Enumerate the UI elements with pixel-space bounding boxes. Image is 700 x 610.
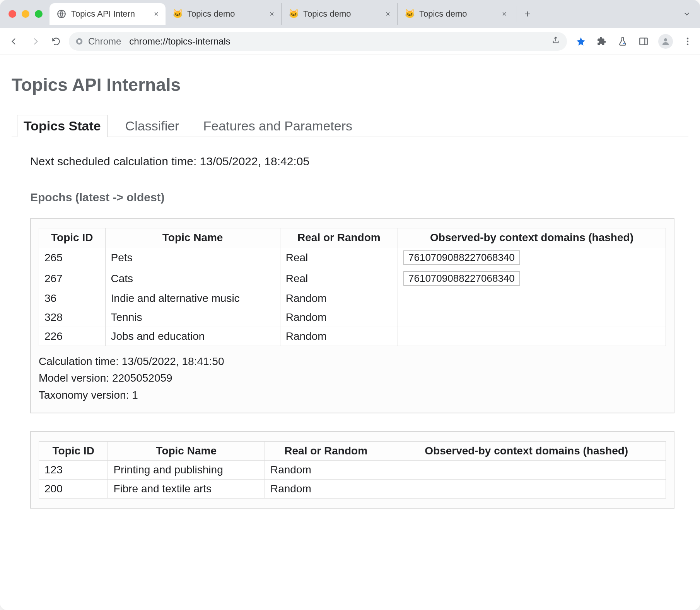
page-content: Topics API Internals Topics State Classi… — [0, 55, 700, 610]
svg-point-3 — [623, 43, 625, 44]
svg-point-5 — [664, 38, 667, 41]
tab-title: Topics demo — [187, 9, 263, 19]
cell-topic-id: 123 — [39, 461, 108, 480]
table-row: 123 Printing and publishing Random — [39, 461, 666, 480]
tab-features-parameters[interactable]: Features and Parameters — [197, 115, 359, 137]
window-minimize-button[interactable] — [22, 10, 29, 18]
cell-hash — [398, 289, 666, 308]
calc-time-label: Calculation time: — [39, 355, 122, 367]
model-version-value: 2205052059 — [112, 372, 172, 384]
cat-icon: 🐱 — [172, 9, 183, 19]
col-real-random: Real or Random — [265, 442, 387, 461]
next-calc-value: 13/05/2022, 18:42:05 — [200, 155, 310, 168]
tab-strip: Topics API Intern 🐱 Topics demo 🐱 Topics… — [0, 0, 700, 28]
cell-topic-name: Printing and publishing — [108, 461, 265, 480]
browser-window: Topics API Intern 🐱 Topics demo 🐱 Topics… — [0, 0, 700, 610]
extensions-icon[interactable] — [596, 35, 608, 48]
cell-kind: Real — [280, 268, 398, 289]
topics-table: Topic ID Topic Name Real or Random Obser… — [39, 228, 666, 346]
next-calc-label: Next scheduled calculation time: — [30, 155, 200, 168]
close-icon[interactable] — [384, 10, 392, 18]
address-bar[interactable]: Chrome chrome://topics-internals — [69, 32, 567, 51]
svg-point-8 — [687, 43, 688, 45]
svg-rect-4 — [640, 38, 647, 45]
bookmark-icon[interactable] — [575, 35, 587, 48]
toolbar: Chrome chrome://topics-internals — [0, 28, 700, 55]
table-row: 328 Tennis Random — [39, 308, 666, 327]
divider — [30, 179, 674, 179]
cell-topic-name: Fibre and textile arts — [108, 480, 265, 499]
kebab-menu-icon[interactable] — [681, 35, 694, 48]
page-tabs: Topics State Classifier Features and Par… — [12, 115, 688, 137]
cell-topic-id: 36 — [39, 289, 106, 308]
col-real-random: Real or Random — [280, 228, 398, 247]
side-panel-icon[interactable] — [637, 35, 650, 48]
epoch-box: Topic ID Topic Name Real or Random Obser… — [30, 218, 674, 413]
tab-topics-state[interactable]: Topics State — [17, 115, 108, 137]
tab-title: Topics demo — [419, 9, 496, 19]
cell-topic-id: 328 — [39, 308, 106, 327]
cell-kind: Random — [265, 480, 387, 499]
col-observed-by: Observed-by context domains (hashed) — [398, 228, 666, 247]
cell-topic-id: 267 — [39, 268, 106, 289]
cell-kind: Random — [280, 308, 398, 327]
close-icon[interactable] — [152, 10, 160, 18]
col-topic-id: Topic ID — [39, 442, 108, 461]
taxonomy-version-value: 1 — [132, 389, 138, 401]
cat-icon: 🐱 — [405, 9, 415, 19]
col-topic-id: Topic ID — [39, 228, 106, 247]
epoch-meta: Calculation time: 13/05/2022, 18:41:50 M… — [39, 353, 666, 403]
close-icon[interactable] — [268, 10, 276, 18]
cell-topic-name: Pets — [105, 247, 280, 268]
forward-button[interactable] — [27, 33, 43, 50]
cell-hash: 7610709088227068340 — [398, 247, 666, 268]
browser-tab[interactable]: 🐱 Topics demo — [166, 3, 282, 25]
cat-icon: 🐱 — [289, 9, 299, 19]
cell-topic-id: 265 — [39, 247, 106, 268]
topics-table: Topic ID Topic Name Real or Random Obser… — [39, 441, 666, 499]
cell-kind: Random — [265, 461, 387, 480]
chrome-icon — [74, 36, 84, 46]
browser-tab[interactable]: Topics API Intern — [50, 3, 166, 25]
cell-hash — [398, 327, 666, 346]
cell-topic-name: Cats — [105, 268, 280, 289]
page-title: Topics API Internals — [12, 74, 688, 95]
cell-topic-name: Jobs and education — [105, 327, 280, 346]
epoch-box: Topic ID Topic Name Real or Random Obser… — [30, 431, 674, 509]
hash-chip: 7610709088227068340 — [403, 271, 520, 286]
close-icon[interactable] — [500, 10, 508, 18]
window-close-button[interactable] — [9, 10, 16, 18]
table-row: 226 Jobs and education Random — [39, 327, 666, 346]
svg-point-2 — [78, 40, 80, 43]
table-header-row: Topic ID Topic Name Real or Random Obser… — [39, 442, 666, 461]
reload-button[interactable] — [48, 33, 64, 50]
back-button[interactable] — [6, 33, 22, 50]
tab-title: Topics API Intern — [71, 9, 148, 19]
next-calc-line: Next scheduled calculation time: 13/05/2… — [30, 155, 674, 168]
profile-avatar[interactable] — [658, 34, 673, 49]
tabs-overflow-button[interactable] — [678, 5, 695, 22]
table-row: 200 Fibre and textile arts Random — [39, 480, 666, 499]
cell-topic-id: 200 — [39, 480, 108, 499]
cell-topic-name: Indie and alternative music — [105, 289, 280, 308]
tab-title: Topics demo — [303, 9, 379, 19]
browser-tab[interactable]: 🐱 Topics demo — [282, 3, 398, 25]
browser-tab[interactable]: 🐱 Topics demo — [398, 3, 514, 25]
epochs-heading: Epochs (latest -> oldest) — [30, 191, 674, 204]
labs-icon[interactable] — [616, 35, 629, 48]
cell-kind: Random — [280, 289, 398, 308]
col-topic-name: Topic Name — [108, 442, 265, 461]
new-tab-button[interactable] — [517, 6, 532, 22]
tab-panel-topics-state: Next scheduled calculation time: 13/05/2… — [12, 137, 688, 509]
share-icon[interactable] — [551, 36, 560, 47]
calc-time-value: 13/05/2022, 18:41:50 — [122, 355, 224, 367]
tab-classifier[interactable]: Classifier — [119, 115, 186, 137]
window-maximize-button[interactable] — [35, 10, 43, 18]
url-origin: Chrome — [88, 36, 125, 47]
cell-hash: 7610709088227068340 — [398, 268, 666, 289]
toolbar-actions — [572, 34, 694, 49]
svg-point-7 — [687, 40, 688, 42]
cell-topic-name: Tennis — [105, 308, 280, 327]
hash-chip: 7610709088227068340 — [403, 250, 520, 265]
globe-icon — [56, 9, 67, 19]
